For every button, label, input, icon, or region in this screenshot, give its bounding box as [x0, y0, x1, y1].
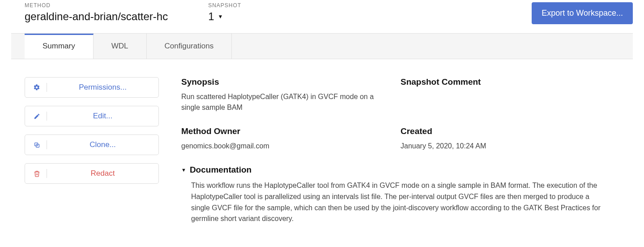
- permissions-label: Permissions...: [55, 83, 150, 92]
- created-body: January 5, 2020, 10:24 AM: [401, 141, 633, 152]
- method-header: METHOD geraldine-and-brian/scatter-hc: [25, 2, 168, 23]
- created-title: Created: [401, 126, 633, 136]
- tab-wdl[interactable]: WDL: [94, 34, 147, 59]
- snapshot-comment-title: Snapshot Comment: [401, 77, 633, 87]
- snapshot-header: SNAPSHOT 1 ▼: [208, 2, 241, 23]
- redact-button[interactable]: Redact: [25, 163, 159, 184]
- method-label: METHOD: [25, 2, 168, 9]
- documentation-title: Documentation: [190, 165, 252, 175]
- edit-button[interactable]: Edit...: [25, 106, 159, 126]
- trash-icon: [33, 170, 40, 177]
- method-owner-body: genomics.book@gmail.com: [181, 141, 383, 152]
- redact-label: Redact: [55, 169, 150, 178]
- snapshot-label: SNAPSHOT: [208, 2, 241, 9]
- caret-down-icon: ▼: [218, 13, 223, 20]
- snapshot-value: 1: [208, 10, 214, 23]
- copy-icon: [33, 141, 40, 148]
- permissions-button[interactable]: Permissions...: [25, 77, 159, 98]
- snapshot-dropdown[interactable]: 1 ▼: [208, 10, 241, 23]
- tab-bar: Summary WDL Configurations: [11, 33, 633, 59]
- divider: [47, 112, 47, 121]
- method-value: geraldine-and-brian/scatter-hc: [25, 10, 168, 23]
- actions-sidebar: Permissions... Edit... Clone... Redact: [25, 77, 159, 225]
- tab-configurations[interactable]: Configurations: [147, 34, 232, 59]
- documentation-body: This workflow runs the HaplotypeCaller t…: [181, 180, 606, 225]
- clone-label: Clone...: [55, 140, 150, 149]
- gear-icon: [33, 84, 40, 91]
- details-panel: Synopsis Run scattered HaplotypeCaller (…: [181, 77, 633, 225]
- caret-down-icon: ▼: [181, 167, 186, 173]
- edit-label: Edit...: [55, 112, 150, 121]
- documentation-toggle[interactable]: ▼ Documentation: [181, 165, 633, 175]
- synopsis-title: Synopsis: [181, 77, 383, 87]
- method-owner-title: Method Owner: [181, 126, 383, 136]
- synopsis-body: Run scattered HaplotypeCaller (GATK4) in…: [181, 91, 383, 113]
- divider: [47, 169, 47, 178]
- clone-button[interactable]: Clone...: [25, 134, 159, 155]
- divider: [47, 83, 47, 92]
- pencil-icon: [33, 113, 40, 120]
- export-to-workspace-button[interactable]: Export to Workspace...: [532, 2, 633, 24]
- divider: [47, 140, 47, 149]
- tab-summary[interactable]: Summary: [25, 34, 94, 59]
